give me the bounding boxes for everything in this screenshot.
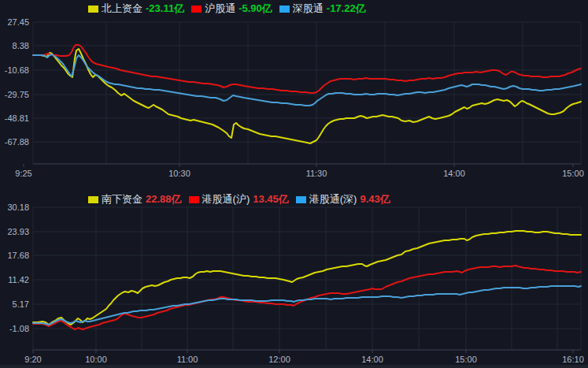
legend-value: 13.45亿 — [253, 193, 289, 206]
legend-label: 南下资金 — [102, 193, 142, 206]
x-axis-label: 11:00 — [177, 355, 198, 364]
y-axis-label: -67.88 — [5, 137, 29, 147]
legend-item-beishang[interactable]: 北上资金-23.11亿 — [88, 2, 184, 15]
x-axis-label: 10:30 — [168, 169, 190, 178]
x-axis-label: 9:25 — [15, 169, 31, 178]
legend-northbound: 北上资金-23.11亿 沪股通-5.90亿 深股通-17.22亿 — [88, 2, 366, 15]
legend-label: 港股通(沪) — [202, 193, 250, 206]
legend-item-shengutong[interactable]: 深股通-17.22亿 — [279, 2, 366, 15]
x-axis-label: 14:00 — [361, 355, 383, 364]
y-axis-label: -48.81 — [5, 113, 29, 123]
legend-item-nanxia[interactable]: 南下资金22.88亿 — [88, 193, 182, 206]
x-axis-label: 9:20 — [24, 355, 41, 364]
x-axis-label: 12:00 — [268, 355, 290, 364]
legend-color-swatch-blue-icon — [279, 6, 290, 13]
y-axis-label: 11.42 — [8, 275, 29, 284]
legend-label: 深股通 — [293, 2, 324, 15]
legend-color-swatch-yellow-icon — [88, 196, 98, 203]
x-axis-label: 11:30 — [306, 169, 327, 178]
series-beishang-line — [33, 49, 581, 143]
legend-value: 22.88亿 — [146, 193, 182, 206]
y-axis-label: -29.75 — [5, 90, 29, 99]
x-axis-label: 16:10 — [562, 355, 584, 364]
capital-flow-charts: 27.458.38-10.68-29.75-48.81-67.889:2510:… — [0, 0, 588, 368]
y-axis-label: -10.68 — [5, 65, 29, 75]
series-hugutong-line — [33, 45, 581, 93]
legend-color-swatch-red-icon — [189, 196, 199, 203]
x-axis-label: 14:00 — [443, 169, 465, 178]
legend-item-hugutong[interactable]: 沪股通-5.90亿 — [191, 2, 272, 15]
y-axis-label: 17.68 — [7, 251, 29, 260]
legend-color-swatch-yellow-icon — [88, 6, 98, 13]
y-axis-label: 27.45 — [7, 17, 29, 27]
y-axis-label: 23.93 — [7, 227, 29, 236]
legend-label: 北上资金 — [102, 2, 142, 15]
series-nanxia-line — [33, 231, 581, 325]
legend-item-ganggutong-hu[interactable]: 港股通(沪)13.45亿 — [189, 193, 289, 206]
legend-item-ganggutong-shen[interactable]: 港股通(深)9.43亿 — [296, 193, 390, 206]
x-axis-label: 10:00 — [85, 355, 107, 364]
series-ganggutong-shen-line — [33, 286, 581, 325]
legend-value: 9.43亿 — [360, 193, 390, 206]
legend-value: -23.11亿 — [146, 2, 184, 15]
legend-color-swatch-blue-icon — [296, 196, 306, 203]
y-axis-label: 30.18 — [7, 203, 29, 212]
capital-flow-panel: 27.458.38-10.68-29.75-48.81-67.889:2510:… — [0, 0, 588, 368]
y-axis-label: 8.38 — [13, 41, 29, 50]
x-axis-label: 15:00 — [562, 169, 584, 178]
y-axis-label: -1.08 — [9, 324, 29, 333]
legend-value: -5.90亿 — [239, 2, 272, 15]
legend-southbound: 南下资金22.88亿 港股通(沪)13.45亿 港股通(深)9.43亿 — [88, 193, 390, 206]
y-axis-label: 5.17 — [13, 299, 29, 309]
legend-label: 沪股通 — [205, 2, 235, 15]
bottom-strip — [0, 365, 588, 368]
legend-color-swatch-red-icon — [191, 6, 202, 13]
series-shengutong-line — [33, 54, 581, 106]
x-axis-label: 15:00 — [455, 355, 477, 364]
legend-value: -17.22亿 — [327, 2, 366, 15]
legend-label: 港股通(深) — [309, 193, 357, 206]
